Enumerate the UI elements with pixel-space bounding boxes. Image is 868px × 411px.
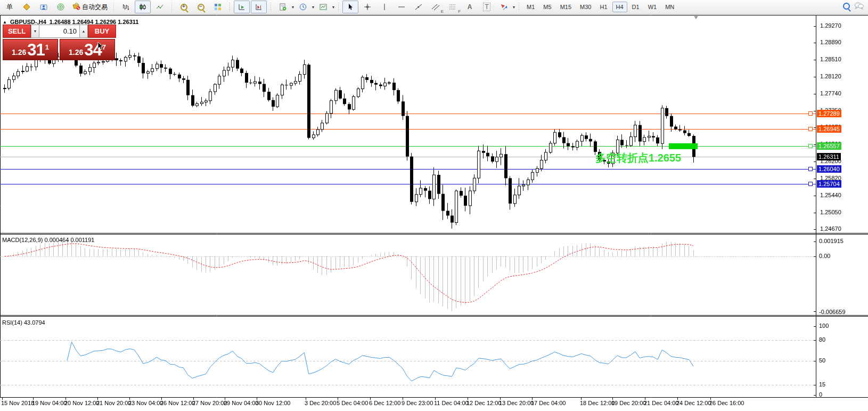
line-chart-icon[interactable] <box>152 1 168 13</box>
buy-price-base: 1.26 <box>69 46 83 58</box>
signals-icon[interactable] <box>53 1 69 13</box>
price-tick-label: 1.27740 <box>820 90 841 96</box>
community-icon[interactable] <box>854 2 864 12</box>
time-tick-label: 24 Dec 12:00 <box>676 400 711 406</box>
price-tick-label: 1.29270 <box>820 22 841 29</box>
timeframe-m1[interactable]: M1 <box>523 2 538 12</box>
price-tick-label: 1.28890 <box>820 39 841 45</box>
autotrading-label: 自动交易 <box>82 3 108 12</box>
volume-decrease-button[interactable]: ▼ <box>31 25 39 38</box>
crosshair-icon[interactable] <box>359 1 375 13</box>
price-tick-label: 1.25050 <box>820 209 841 215</box>
text-label-icon[interactable]: T <box>479 1 495 13</box>
macd-zero-label: 0.00 <box>819 253 830 259</box>
chart-shift-marker[interactable] <box>694 16 698 19</box>
periods-dropdown-caret[interactable]: ▾ <box>312 5 315 10</box>
time-tick-label: 11 Dec 04:00 <box>434 400 469 406</box>
buy-price-box[interactable]: 1.26 34 7 <box>60 39 115 60</box>
rsi-scale-label: 80 <box>819 336 825 343</box>
new-chart-icon[interactable] <box>275 1 291 13</box>
toolbar-grip <box>170 2 173 12</box>
toolbar-right <box>843 2 868 12</box>
accounts-icon[interactable] <box>36 1 52 13</box>
arrows-icon[interactable] <box>496 1 512 13</box>
price-level-tag: 1.26945 <box>817 125 841 133</box>
time-tick-label: 9 Dec 23:00 <box>402 400 433 406</box>
sell-price-pips: 31 <box>27 42 44 58</box>
time-tick-label: 19 Dec 20:00 <box>611 400 646 406</box>
search-icon[interactable] <box>843 2 850 12</box>
mouse-cursor <box>97 42 104 51</box>
templates-dropdown-caret[interactable]: ▾ <box>332 5 335 10</box>
timeframe-m30[interactable]: M30 <box>576 2 595 12</box>
bar-chart-icon[interactable] <box>118 1 134 13</box>
volume-input[interactable] <box>39 25 79 38</box>
candlestick-chart-icon[interactable] <box>135 1 151 13</box>
zoom-in-icon[interactable]: + <box>176 1 192 13</box>
arrows-dropdown-caret[interactable]: ▾ <box>512 5 515 10</box>
chart-shift-icon[interactable] <box>251 1 267 13</box>
collapse-panel-arrow[interactable]: ▲ <box>3 20 7 25</box>
time-tick-label: 26 Dec 16:00 <box>709 400 744 406</box>
vertical-line-icon[interactable] <box>376 1 392 13</box>
time-tick-label: 17 Dec 04:00 <box>531 400 566 406</box>
timeframe-h4[interactable]: H4 <box>612 2 627 12</box>
macd-max-label: 0.001915 <box>819 238 844 244</box>
time-tick-label: 19 Nov 04:00 <box>32 400 67 406</box>
sell-button[interactable]: SELL <box>3 25 31 38</box>
time-tick-label: 21 Dec 04:00 <box>644 400 678 406</box>
autotrading-button[interactable]: 自动交易 <box>70 1 110 13</box>
timeframe-d1[interactable]: D1 <box>628 2 643 12</box>
zoom-out-icon[interactable]: − <box>193 1 209 13</box>
auto-scroll-icon[interactable] <box>234 1 250 13</box>
price-level-tag: 1.26040 <box>817 165 841 173</box>
sell-price-box[interactable]: 1.26 31 1 <box>3 39 58 60</box>
sell-price-point: 1 <box>45 43 49 51</box>
price-level-tag: 1.27289 <box>817 110 841 117</box>
bid-price-tag: 1.26311 <box>817 153 841 160</box>
toolbar-grip <box>112 2 115 12</box>
trendline-icon[interactable] <box>411 1 427 13</box>
text-icon[interactable]: A <box>462 1 478 13</box>
price-level-tag: 1.26557 <box>817 142 841 150</box>
price-tick-label: 1.24670 <box>820 225 841 232</box>
timeframe-m15[interactable]: M15 <box>556 2 575 12</box>
main-toolbar: 单 自动交易 + − <box>0 0 868 14</box>
timeframe-w1[interactable]: W1 <box>644 2 661 12</box>
gold-ticket-icon[interactable] <box>19 1 35 13</box>
fibo-sub-label: F <box>458 9 461 14</box>
toolbar-grip <box>337 2 340 12</box>
timeframes: M1M5M15M30H1H4D1W1MN <box>522 2 678 12</box>
time-tick-label: 18 Dec 12:00 <box>580 400 615 406</box>
macd-min-label: -0.006659 <box>819 309 846 315</box>
timeframe-m5[interactable]: M5 <box>539 2 555 12</box>
timeframe-h1[interactable]: H1 <box>596 2 611 12</box>
volume-increase-button[interactable]: ▲ <box>79 25 88 38</box>
sell-price-base: 1.26 <box>12 46 26 58</box>
price-tick-label: 1.28510 <box>820 56 841 62</box>
new-chart-dropdown-caret[interactable]: ▾ <box>291 5 294 10</box>
timeframe-mn[interactable]: MN <box>661 2 678 12</box>
autotrading-basket-icon <box>72 3 80 12</box>
buy-button[interactable]: BUY <box>88 25 116 38</box>
horizontal-line-icon[interactable] <box>394 1 410 13</box>
channel-sub-label: E <box>441 9 444 14</box>
chart-canvas[interactable] <box>0 14 868 400</box>
templates-icon[interactable] <box>315 1 331 13</box>
time-tick-label: 20 Nov 12:00 <box>64 400 99 406</box>
chart-window[interactable]: ▲ GBPUSD-,H4 1.26488 1.26494 1.26296 1.2… <box>0 14 868 411</box>
time-tick-label: 23 Nov 04:00 <box>128 400 163 406</box>
price-tick-label: 1.28120 <box>820 73 841 79</box>
fibonacci-icon[interactable]: F <box>445 1 461 13</box>
rsi-scale-label: 100 <box>819 323 829 329</box>
periods-icon[interactable] <box>295 1 311 13</box>
mt4-window: 单 自动交易 + − <box>0 0 868 411</box>
cursor-icon[interactable] <box>342 1 358 13</box>
tile-windows-icon[interactable] <box>210 1 226 13</box>
new-order-button[interactable]: 单 <box>2 1 18 13</box>
time-tick-label: 26 Nov 12:00 <box>160 400 195 406</box>
rsi-scale-label: 50 <box>819 357 825 364</box>
equidistant-channel-icon[interactable]: E <box>428 1 444 13</box>
time-tick-label: 21 Nov 20:00 <box>96 400 131 406</box>
price-tick-label: 1.25440 <box>820 192 841 198</box>
